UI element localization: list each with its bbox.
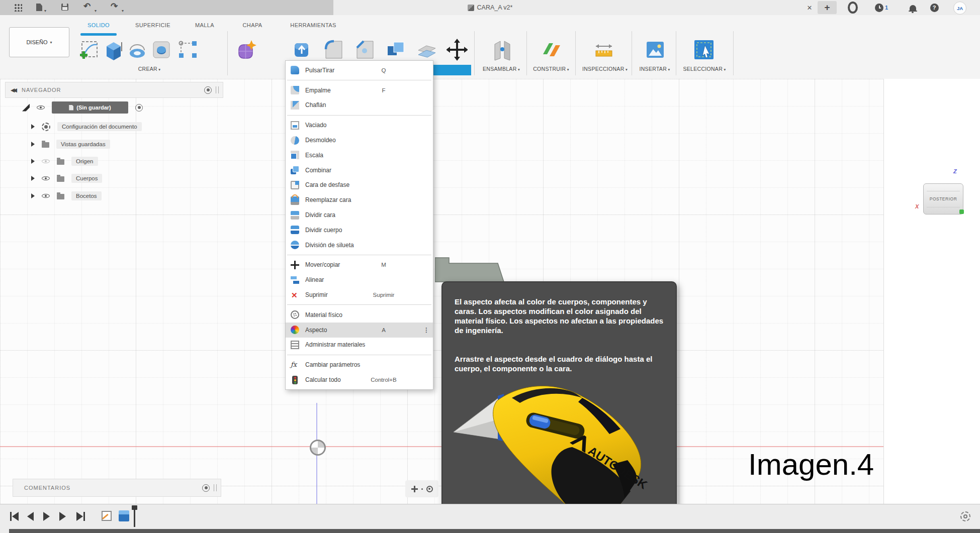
menu-separator <box>286 78 433 83</box>
menu-item-splitbody[interactable]: Dividir cuerpo <box>286 223 433 238</box>
tree-row-configuración[interactable]: Configuración del documento <box>31 122 142 131</box>
move-copy-icon[interactable] <box>447 38 469 62</box>
notifications-bell-icon[interactable] <box>908 3 918 13</box>
help-icon[interactable] <box>929 3 939 13</box>
avatar[interactable]: JA <box>953 2 966 15</box>
visibility-eye-icon[interactable] <box>42 175 50 182</box>
menu-item-managematerials[interactable]: Administrar materiales <box>286 338 433 353</box>
tree-row-bocetos[interactable]: Bocetos <box>31 191 102 200</box>
viewport-canvas[interactable]: NAVEGADOR (Sin guardar) Configuración de… <box>0 79 980 504</box>
group-label-crear[interactable]: CREAR <box>138 66 161 75</box>
fillet-icon[interactable] <box>323 38 345 62</box>
menu-item-appearance[interactable]: AspectoA⋮ <box>286 323 433 338</box>
timeline-settings-gear-icon[interactable] <box>960 511 970 521</box>
menu-item-more-icon[interactable]: ⋮ <box>423 327 429 334</box>
menu-item-material[interactable]: Material físico <box>286 307 433 323</box>
comments-options-icon[interactable] <box>202 484 210 492</box>
collapse-panel-icon[interactable] <box>11 87 18 92</box>
navigator-options-icon[interactable] <box>204 86 212 94</box>
offset-face-icon[interactable] <box>416 38 438 62</box>
visibility-eye-icon[interactable] <box>42 158 50 165</box>
timeline-step-forward-button[interactable] <box>56 510 68 523</box>
job-status-icon[interactable]: 1 <box>872 3 890 13</box>
press-pull-icon[interactable] <box>292 38 314 62</box>
group-label-inspeccionar[interactable]: INSPECCIONAR <box>582 66 628 75</box>
comments-grip[interactable] <box>214 484 217 491</box>
tree-row-cuerpos[interactable]: Cuerpos <box>31 174 102 183</box>
menu-item-align[interactable]: Alinear <box>286 272 433 287</box>
group-label-seleccionar[interactable]: SELECCIONAR <box>683 66 726 75</box>
group-label-insertar[interactable]: INSERTAR <box>640 66 670 75</box>
new-tab-button[interactable] <box>818 1 837 14</box>
origin-marker[interactable] <box>310 440 326 456</box>
expand-caret-icon[interactable] <box>31 142 35 147</box>
menu-item-fillet[interactable]: EmpalmeF <box>286 83 433 98</box>
visibility-eye-icon[interactable] <box>42 192 50 200</box>
timeline-marker[interactable] <box>134 507 135 527</box>
expand-caret-icon[interactable] <box>31 159 35 164</box>
menu-item-combine[interactable]: Combinar <box>286 163 433 178</box>
expand-caret-icon[interactable] <box>31 176 35 181</box>
extensions-icon[interactable] <box>848 3 858 13</box>
menu-item-shell[interactable]: Vaciado <box>286 118 433 133</box>
timeline-step-back-button[interactable] <box>24 510 36 523</box>
assemble-joint-icon[interactable] <box>492 38 514 62</box>
select-icon[interactable] <box>693 38 715 62</box>
workspace-selector-button[interactable]: DISEÑO <box>9 27 69 57</box>
menu-item-splitface[interactable]: Dividir cara <box>286 207 433 223</box>
timeline-sketch-feature[interactable] <box>102 511 112 521</box>
inspect-measure-icon[interactable] <box>593 38 615 62</box>
menu-item-scale[interactable]: Escala <box>286 148 433 163</box>
expand-caret-icon[interactable] <box>31 124 35 129</box>
menu-item-delete[interactable]: SuprimirSuprimir <box>286 287 433 302</box>
extrude-icon[interactable] <box>103 38 125 62</box>
construct-plane-icon[interactable] <box>541 38 563 62</box>
document-root-badge[interactable]: (Sin guardar) <box>52 101 128 114</box>
pan-icon[interactable] <box>411 486 418 492</box>
combine-icon[interactable] <box>385 38 407 62</box>
menu-item-move[interactable]: Mover/copiarM <box>286 258 433 273</box>
viewcube[interactable]: POSTERIOR <box>923 183 963 215</box>
close-tab-icon[interactable] <box>805 3 815 13</box>
visibility-eye-icon[interactable] <box>37 104 45 112</box>
menu-item-offsetface[interactable]: Cara de desfase <box>286 178 433 193</box>
timeline-go-start-button[interactable] <box>8 510 20 523</box>
menu-item-shortcut: Q <box>361 67 406 73</box>
orbit-icon[interactable] <box>426 486 433 492</box>
toolbar-divider <box>632 31 632 75</box>
group-label-construir[interactable]: CONSTRUIR <box>533 66 569 75</box>
expand-caret-icon[interactable] <box>31 193 35 198</box>
tree-row-origen[interactable]: Origen <box>31 157 98 166</box>
revolve-icon[interactable] <box>127 38 149 62</box>
activate-component-icon[interactable] <box>135 104 143 112</box>
tab-superficie[interactable]: SUPERFICIE <box>130 22 176 30</box>
tab-malla[interactable]: MALLA <box>189 22 220 30</box>
hole-icon[interactable] <box>151 38 173 62</box>
menu-item-compute[interactable]: Calcular todoControl+B <box>286 372 433 387</box>
timeline-play-button[interactable] <box>40 510 52 523</box>
model-body[interactable] <box>435 257 505 282</box>
comments-panel-header[interactable]: COMENTARIOS <box>13 479 221 497</box>
menu-item-chamfer[interactable]: Chaflán <box>286 98 433 113</box>
tooltip-paragraph: El aspecto afecta al color de cuerpos, c… <box>455 297 665 335</box>
tree-row-vistas[interactable]: Vistas guardadas <box>31 140 110 149</box>
tab-herramientas[interactable]: HERRAMIENTAS <box>285 22 342 30</box>
menu-item-silhouette[interactable]: División de silueta <box>286 238 433 253</box>
menu-item-fx[interactable]: Cambiar parámetros <box>286 357 433 372</box>
create-form-icon[interactable] <box>236 38 258 62</box>
insert-image-icon[interactable] <box>645 38 667 62</box>
timeline-extrude-feature[interactable] <box>119 510 129 521</box>
navigator-root-row[interactable]: (Sin guardar) <box>22 101 143 114</box>
navigator-grip[interactable] <box>216 86 219 93</box>
navigator-header[interactable]: NAVEGADOR <box>5 82 223 98</box>
chamfer-icon[interactable] <box>354 38 376 62</box>
menu-item-draft[interactable]: Desmoldeo <box>286 133 433 148</box>
menu-item-replaceface[interactable]: Reemplazar cara <box>286 192 433 207</box>
tab-chapa[interactable]: CHAPA <box>235 22 270 30</box>
create-sketch-icon[interactable] <box>79 38 102 62</box>
tab-solido[interactable]: SOLIDO <box>80 22 117 30</box>
timeline-go-end-button[interactable] <box>74 510 86 523</box>
group-label-ensamblar[interactable]: ENSAMBLAR <box>483 66 520 75</box>
pattern-icon[interactable] <box>177 38 199 62</box>
menu-item-presspull[interactable]: PulsarTirarQ <box>286 63 433 78</box>
